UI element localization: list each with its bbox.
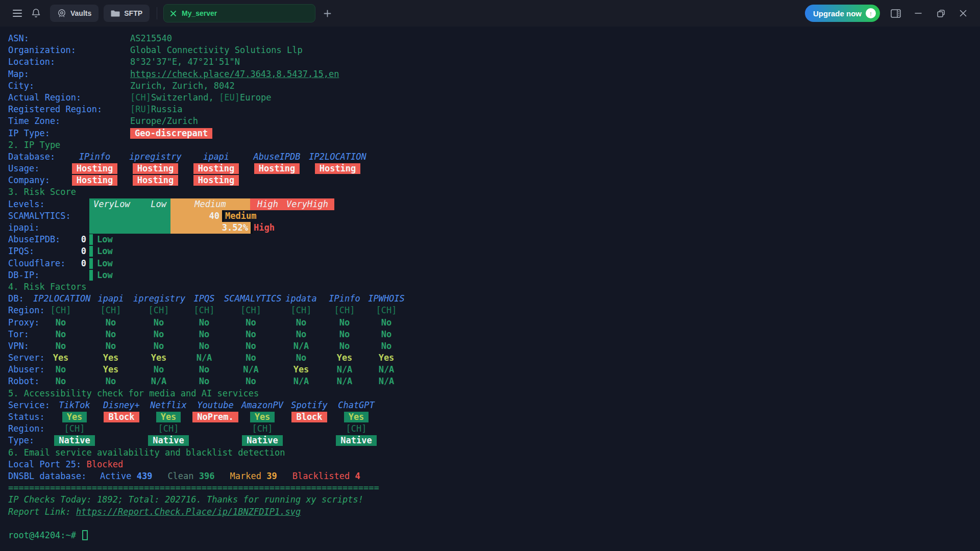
dnsbl-stat-name: Clean bbox=[167, 471, 199, 481]
service-column-header: AmazonPV bbox=[239, 399, 286, 411]
dnsbl-stat: Active 439 bbox=[100, 471, 152, 481]
table-cell: [CH] bbox=[239, 423, 286, 435]
table-cell: No bbox=[88, 329, 133, 340]
report-link[interactable]: https://Report.Check.Place/ip/1BNZFDIP1.… bbox=[76, 506, 301, 518]
service-status-badge: Block bbox=[291, 412, 327, 422]
table-cell: Block bbox=[286, 411, 333, 423]
table-cell: No bbox=[184, 375, 224, 387]
checks-count-line: IP Checks Today: 1892; Total: 202716. Th… bbox=[8, 494, 972, 506]
db-header-row: Database:IPinfoipregistryipapiAbuseIPDBI… bbox=[8, 151, 972, 163]
section-header-ip-type: 2. IP Type bbox=[8, 139, 972, 151]
db-column-header: ipregistry bbox=[133, 293, 184, 305]
service-status-badge: Block bbox=[104, 412, 139, 422]
table-cell: N/A bbox=[364, 364, 408, 375]
port25-label: Local Port 25: bbox=[8, 459, 81, 470]
table-cell: Native bbox=[333, 435, 380, 446]
risk-factor-row: Region:[CH][CH][CH][CH][CH][CH][CH][CH] bbox=[8, 305, 972, 316]
risk-bar-orange: 40 bbox=[170, 210, 222, 222]
service-column-header: Disney+ bbox=[98, 399, 145, 411]
risk-factor-row: VPN:NoNoNoNoNoN/ANoNo bbox=[8, 340, 972, 352]
minimize-button[interactable] bbox=[910, 4, 927, 22]
risk-bar-tick bbox=[89, 246, 93, 257]
table-cell: No bbox=[325, 317, 364, 329]
type-row: Type:NativeNativeNativeNative bbox=[8, 435, 972, 446]
table-cell: [CH] bbox=[325, 305, 364, 316]
table-cell: No bbox=[224, 340, 278, 352]
table-cell: No bbox=[325, 329, 364, 340]
db-label: DB: bbox=[8, 293, 33, 305]
menu-button[interactable] bbox=[8, 4, 27, 22]
table-cell: No bbox=[278, 329, 325, 340]
table-cell: No bbox=[364, 340, 408, 352]
risk-source-label: AbuseIPDB: bbox=[8, 234, 75, 245]
upgrade-now-button[interactable]: Upgrade now ↑ bbox=[805, 5, 880, 22]
risk-level: Medium bbox=[224, 210, 256, 222]
table-cell: [CH] bbox=[145, 423, 192, 435]
risk-source-label: Cloudflare: bbox=[8, 258, 75, 269]
table-cell: No bbox=[88, 317, 133, 329]
table-cell: [CH] bbox=[224, 305, 278, 316]
risk-bar-tick bbox=[89, 270, 93, 281]
table-cell: No bbox=[224, 329, 278, 340]
table-cell: Yes bbox=[333, 411, 380, 423]
tab-my-server[interactable]: My_server bbox=[163, 4, 315, 22]
vaults-button[interactable]: Vaults bbox=[50, 5, 99, 22]
usage-badge: Hosting bbox=[133, 175, 179, 186]
risk-level: Low bbox=[96, 269, 113, 281]
risk-factor-row: Proxy:NoNoNoNoNoNoNoNo bbox=[8, 317, 972, 329]
row-label: Tor: bbox=[8, 329, 33, 340]
table-cell: Hosting bbox=[307, 163, 368, 174]
table-cell: Yes bbox=[239, 411, 286, 423]
risk-score-table: Levels:VeryLowLowMediumHighVeryHighSCAMA… bbox=[8, 198, 972, 281]
info-label: Time Zone: bbox=[8, 115, 130, 127]
sidebar-panel-icon bbox=[891, 9, 901, 18]
table-cell: No bbox=[184, 329, 224, 340]
section-header-email: 6. Email service availability and blackl… bbox=[8, 447, 972, 459]
table-cell: No bbox=[224, 352, 278, 364]
risk-level: High bbox=[253, 222, 275, 234]
table-cell: Yes bbox=[364, 352, 408, 364]
close-window-button[interactable] bbox=[954, 4, 972, 22]
row-label: Status: bbox=[8, 411, 51, 423]
table-cell: No bbox=[33, 364, 88, 375]
close-icon bbox=[960, 10, 967, 17]
native-badge: Native bbox=[336, 435, 376, 446]
new-tab-button[interactable] bbox=[320, 6, 335, 21]
row-label: Server: bbox=[8, 352, 33, 364]
notifications-button[interactable] bbox=[27, 4, 45, 22]
info-row: Location:8°32'37"E, 47°21'51"N bbox=[8, 56, 972, 68]
risk-factor-row: Tor:NoNoNoNoNoNoNoNo bbox=[8, 329, 972, 340]
usage-badge: Hosting bbox=[315, 163, 361, 174]
panel-toggle-button[interactable] bbox=[887, 4, 904, 22]
table-cell: No bbox=[278, 352, 325, 364]
table-cell: No bbox=[364, 329, 408, 340]
info-value: [EU] bbox=[219, 92, 240, 104]
restore-button[interactable] bbox=[932, 4, 949, 22]
table-cell: No bbox=[88, 375, 133, 387]
db-column-header: ipapi bbox=[186, 151, 247, 163]
info-value: 8°32'37"E, 47°21'51"N bbox=[130, 56, 240, 68]
bell-icon bbox=[31, 8, 41, 18]
info-label: Organization: bbox=[8, 44, 130, 56]
map-link[interactable]: https://check.place/47.3643,8.5437,15,en bbox=[130, 68, 339, 80]
db-label: Database: bbox=[8, 151, 64, 163]
close-tab-icon[interactable] bbox=[170, 10, 177, 17]
upgrade-arrow-icon: ↑ bbox=[866, 8, 876, 18]
risk-score-row: DB-IP:Low bbox=[8, 269, 972, 281]
levels-row: Levels:VeryLowLowMediumHighVeryHigh bbox=[8, 198, 972, 210]
divider bbox=[157, 7, 157, 19]
terminal-output[interactable]: ASN:AS215540Organization:Global Connecti… bbox=[0, 27, 980, 541]
row-label: Abuser: bbox=[8, 364, 33, 375]
sftp-button[interactable]: SFTP bbox=[104, 5, 150, 22]
risk-score-value: 0 bbox=[75, 234, 89, 245]
shell-prompt-row[interactable]: root@44204:~# bbox=[8, 530, 972, 541]
risk-level: Low bbox=[96, 258, 113, 269]
minimize-icon bbox=[915, 10, 922, 17]
table-cell: Hosting bbox=[125, 174, 186, 186]
folder-icon bbox=[111, 9, 120, 17]
service-status-badge: Yes bbox=[62, 412, 87, 422]
usage-badge: Hosting bbox=[72, 175, 118, 186]
usage-badge: Hosting bbox=[193, 175, 239, 186]
risk-score-value: 40 bbox=[170, 210, 222, 222]
table-cell: Hosting bbox=[186, 163, 247, 174]
